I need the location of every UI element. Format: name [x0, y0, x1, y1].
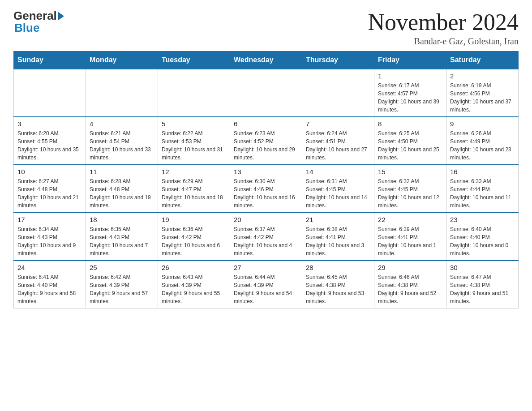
calendar-day-cell: 22Sunrise: 6:39 AMSunset: 4:41 PMDayligh… [374, 213, 446, 261]
page-header: General Blue November 2024 Bandar-e Gaz,… [13, 9, 519, 47]
calendar-day-header: Sunday [14, 51, 86, 69]
day-info: Sunrise: 6:46 AMSunset: 4:38 PMDaylight:… [378, 273, 442, 305]
calendar-day-header: Saturday [446, 51, 519, 69]
day-info: Sunrise: 6:47 AMSunset: 4:38 PMDaylight:… [450, 273, 515, 305]
calendar-day-cell [302, 69, 374, 117]
day-info: Sunrise: 6:37 AMSunset: 4:42 PMDaylight:… [234, 225, 298, 257]
day-number: 25 [90, 264, 154, 271]
calendar-day-cell: 4Sunrise: 6:21 AMSunset: 4:54 PMDaylight… [86, 117, 158, 165]
day-info: Sunrise: 6:28 AMSunset: 4:48 PMDaylight:… [90, 177, 154, 210]
calendar-day-cell: 26Sunrise: 6:43 AMSunset: 4:39 PMDayligh… [158, 261, 230, 308]
calendar-day-cell: 20Sunrise: 6:37 AMSunset: 4:42 PMDayligh… [230, 213, 302, 261]
day-info: Sunrise: 6:26 AMSunset: 4:49 PMDaylight:… [450, 129, 515, 162]
calendar-day-cell: 29Sunrise: 6:46 AMSunset: 4:38 PMDayligh… [374, 261, 446, 308]
calendar-subtitle: Bandar-e Gaz, Golestan, Iran [368, 36, 519, 47]
day-number: 18 [90, 216, 154, 223]
logo-triangle-icon [58, 12, 64, 21]
calendar-day-cell: 8Sunrise: 6:25 AMSunset: 4:50 PMDaylight… [374, 117, 446, 165]
day-info: Sunrise: 6:17 AMSunset: 4:57 PMDaylight:… [378, 81, 442, 114]
day-number: 27 [234, 264, 298, 271]
day-number: 10 [17, 168, 82, 176]
day-number: 2 [450, 72, 515, 80]
day-number: 20 [234, 216, 298, 223]
calendar-day-cell [14, 69, 86, 117]
day-info: Sunrise: 6:27 AMSunset: 4:48 PMDaylight:… [17, 177, 82, 210]
calendar-day-cell: 13Sunrise: 6:30 AMSunset: 4:46 PMDayligh… [230, 165, 302, 213]
calendar-day-cell: 12Sunrise: 6:29 AMSunset: 4:47 PMDayligh… [158, 165, 230, 213]
calendar-week-row: 10Sunrise: 6:27 AMSunset: 4:48 PMDayligh… [14, 165, 519, 213]
day-info: Sunrise: 6:20 AMSunset: 4:55 PMDaylight:… [17, 129, 82, 162]
day-info: Sunrise: 6:29 AMSunset: 4:47 PMDaylight:… [162, 177, 226, 210]
day-number: 14 [306, 168, 370, 176]
calendar-day-header: Friday [374, 51, 446, 69]
day-number: 6 [234, 120, 298, 128]
day-info: Sunrise: 6:40 AMSunset: 4:40 PMDaylight:… [450, 225, 515, 257]
calendar-day-header: Wednesday [230, 51, 302, 69]
calendar-header-row: SundayMondayTuesdayWednesdayThursdayFrid… [14, 51, 519, 69]
day-info: Sunrise: 6:43 AMSunset: 4:39 PMDaylight:… [162, 273, 226, 305]
calendar-week-row: 17Sunrise: 6:34 AMSunset: 4:43 PMDayligh… [14, 213, 519, 261]
day-number: 21 [306, 216, 370, 223]
calendar-day-cell: 5Sunrise: 6:22 AMSunset: 4:53 PMDaylight… [158, 117, 230, 165]
calendar-week-row: 3Sunrise: 6:20 AMSunset: 4:55 PMDaylight… [14, 117, 519, 165]
day-number: 24 [17, 264, 82, 271]
day-info: Sunrise: 6:45 AMSunset: 4:38 PMDaylight:… [306, 273, 370, 305]
calendar-day-cell: 15Sunrise: 6:32 AMSunset: 4:45 PMDayligh… [374, 165, 446, 213]
calendar-day-cell: 19Sunrise: 6:36 AMSunset: 4:42 PMDayligh… [158, 213, 230, 261]
day-info: Sunrise: 6:39 AMSunset: 4:41 PMDaylight:… [378, 225, 442, 257]
day-info: Sunrise: 6:44 AMSunset: 4:39 PMDaylight:… [234, 273, 298, 305]
calendar-day-cell: 17Sunrise: 6:34 AMSunset: 4:43 PMDayligh… [14, 213, 86, 261]
day-number: 17 [17, 216, 82, 223]
calendar-title: November 2024 [368, 9, 519, 35]
day-info: Sunrise: 6:19 AMSunset: 4:56 PMDaylight:… [450, 81, 515, 114]
day-info: Sunrise: 6:25 AMSunset: 4:50 PMDaylight:… [378, 129, 442, 162]
day-info: Sunrise: 6:21 AMSunset: 4:54 PMDaylight:… [90, 129, 154, 162]
day-info: Sunrise: 6:32 AMSunset: 4:45 PMDaylight:… [378, 177, 442, 210]
logo-blue-text: Blue [14, 21, 39, 35]
calendar-day-cell [230, 69, 302, 117]
day-number: 16 [450, 168, 515, 176]
calendar-day-cell: 27Sunrise: 6:44 AMSunset: 4:39 PMDayligh… [230, 261, 302, 308]
calendar-day-cell: 18Sunrise: 6:35 AMSunset: 4:43 PMDayligh… [86, 213, 158, 261]
day-info: Sunrise: 6:22 AMSunset: 4:53 PMDaylight:… [162, 129, 226, 162]
day-number: 13 [234, 168, 298, 176]
calendar-week-row: 24Sunrise: 6:41 AMSunset: 4:40 PMDayligh… [14, 261, 519, 308]
calendar-day-cell: 3Sunrise: 6:20 AMSunset: 4:55 PMDaylight… [14, 117, 86, 165]
day-info: Sunrise: 6:41 AMSunset: 4:40 PMDaylight:… [17, 273, 82, 305]
day-number: 30 [450, 264, 515, 271]
calendar-day-cell: 14Sunrise: 6:31 AMSunset: 4:45 PMDayligh… [302, 165, 374, 213]
day-number: 12 [162, 168, 226, 176]
day-info: Sunrise: 6:30 AMSunset: 4:46 PMDaylight:… [234, 177, 298, 210]
calendar-day-cell: 2Sunrise: 6:19 AMSunset: 4:56 PMDaylight… [446, 69, 519, 117]
day-number: 19 [162, 216, 226, 223]
day-info: Sunrise: 6:31 AMSunset: 4:45 PMDaylight:… [306, 177, 370, 210]
day-number: 8 [378, 120, 442, 128]
day-info: Sunrise: 6:42 AMSunset: 4:39 PMDaylight:… [90, 273, 154, 305]
day-number: 29 [378, 264, 442, 271]
day-info: Sunrise: 6:36 AMSunset: 4:42 PMDaylight:… [162, 225, 226, 257]
day-info: Sunrise: 6:23 AMSunset: 4:52 PMDaylight:… [234, 129, 298, 162]
calendar-day-cell: 21Sunrise: 6:38 AMSunset: 4:41 PMDayligh… [302, 213, 374, 261]
day-number: 7 [306, 120, 370, 128]
day-number: 28 [306, 264, 370, 271]
day-number: 9 [450, 120, 515, 128]
calendar-day-cell: 28Sunrise: 6:45 AMSunset: 4:38 PMDayligh… [302, 261, 374, 308]
title-block: November 2024 Bandar-e Gaz, Golestan, Ir… [368, 9, 519, 47]
day-number: 11 [90, 168, 154, 176]
calendar-day-header: Thursday [302, 51, 374, 69]
day-number: 1 [378, 72, 442, 80]
calendar-day-cell: 10Sunrise: 6:27 AMSunset: 4:48 PMDayligh… [14, 165, 86, 213]
day-number: 15 [378, 168, 442, 176]
calendar-day-cell [158, 69, 230, 117]
calendar-day-cell: 6Sunrise: 6:23 AMSunset: 4:52 PMDaylight… [230, 117, 302, 165]
day-info: Sunrise: 6:35 AMSunset: 4:43 PMDaylight:… [90, 225, 154, 257]
day-number: 23 [450, 216, 515, 223]
day-info: Sunrise: 6:33 AMSunset: 4:44 PMDaylight:… [450, 177, 515, 210]
calendar-day-cell: 30Sunrise: 6:47 AMSunset: 4:38 PMDayligh… [446, 261, 519, 308]
day-number: 3 [17, 120, 82, 128]
day-number: 5 [162, 120, 226, 128]
day-info: Sunrise: 6:34 AMSunset: 4:43 PMDaylight:… [17, 225, 82, 257]
calendar-day-cell: 24Sunrise: 6:41 AMSunset: 4:40 PMDayligh… [14, 261, 86, 308]
logo: General Blue [13, 9, 64, 35]
calendar-day-cell: 11Sunrise: 6:28 AMSunset: 4:48 PMDayligh… [86, 165, 158, 213]
